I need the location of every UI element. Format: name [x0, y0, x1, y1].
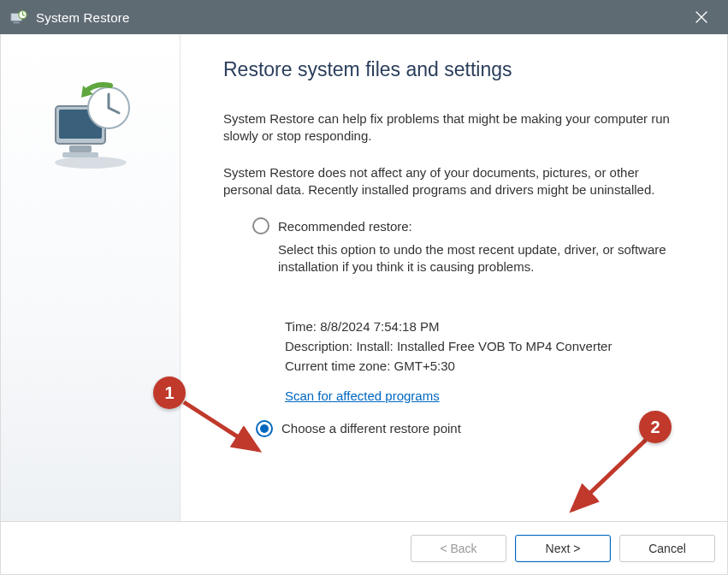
window-title: System Restore [36, 10, 682, 25]
scan-affected-programs-link[interactable]: Scan for affected programs [285, 388, 440, 403]
system-restore-large-icon [44, 77, 138, 171]
annotation-callout-1: 1 [153, 376, 186, 409]
restore-point-details: Time: 8/8/2024 7:54:18 PM Description: I… [285, 319, 678, 415]
time-label: Time: [285, 319, 317, 334]
wizard-frame: Restore system files and settings System… [0, 34, 728, 575]
intro-text-1: System Restore can help fix problems tha… [223, 110, 678, 145]
desc-value: Install: Installed Free VOB To MP4 Conve… [356, 339, 612, 353]
svg-rect-6 [69, 145, 92, 152]
wizard-side-panel [1, 34, 181, 521]
recommended-restore-label: Recommended restore: [278, 219, 412, 234]
page-heading: Restore system files and settings [223, 58, 678, 81]
recommended-option-block: Recommended restore: Select this option … [252, 217, 678, 437]
time-value: 8/8/2024 7:54:18 PM [320, 319, 439, 334]
wizard-content: Restore system files and settings System… [181, 34, 727, 521]
radio-icon [256, 420, 273, 437]
wizard-footer: < Back Next > Cancel [1, 523, 727, 574]
title-bar: System Restore [0, 0, 728, 34]
radio-icon [252, 217, 269, 234]
tz-value: GMT+5:30 [394, 359, 455, 373]
svg-rect-7 [62, 152, 98, 157]
tz-label: Current time zone: [285, 359, 390, 373]
close-button[interactable] [682, 0, 721, 34]
wizard-body: Restore system files and settings System… [1, 34, 727, 522]
back-button[interactable]: < Back [411, 535, 506, 562]
cancel-button[interactable]: Cancel [619, 535, 715, 562]
next-button[interactable]: Next > [515, 535, 611, 562]
svg-point-3 [55, 157, 127, 169]
choose-different-label: Choose a different restore point [281, 421, 461, 436]
svg-rect-1 [14, 22, 20, 24]
annotation-callout-2: 2 [639, 411, 672, 443]
recommended-restore-desc: Select this option to undo the most rece… [278, 241, 678, 276]
desc-label: Description: [285, 339, 352, 353]
choose-different-radio[interactable]: Choose a different restore point [256, 420, 678, 437]
system-restore-icon [9, 8, 27, 27]
recommended-restore-radio[interactable]: Recommended restore: [252, 217, 678, 234]
intro-text-2: System Restore does not affect any of yo… [223, 164, 678, 199]
